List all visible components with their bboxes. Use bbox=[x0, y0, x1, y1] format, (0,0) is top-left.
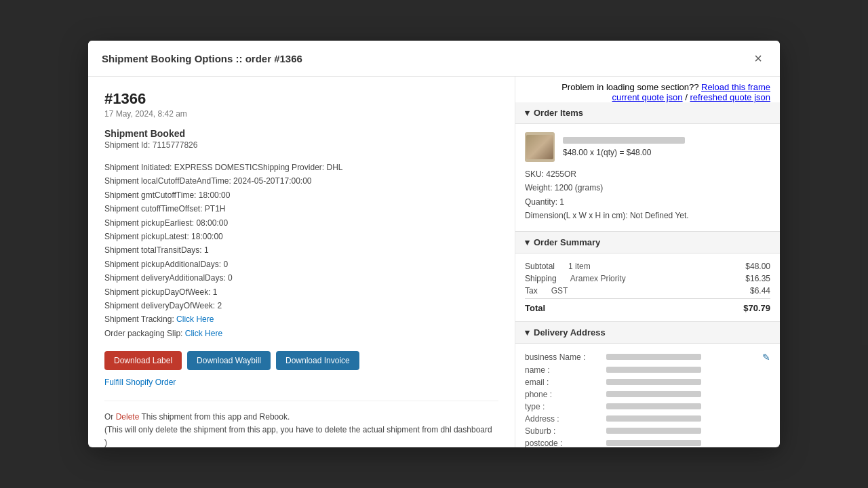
addr-suburb: Suburb : bbox=[525, 426, 770, 436]
item-details: SKU: 4255OR Weight: 1200 (grams) Quantit… bbox=[525, 167, 770, 223]
order-summary-body: Subtotal 1 item $48.00 Shipping Aramex P… bbox=[515, 253, 780, 321]
order-number: #1366 bbox=[104, 90, 498, 108]
item-name-bar bbox=[563, 137, 685, 144]
order-summary-chevron: ▾ bbox=[525, 237, 530, 247]
tax-amt: $6.44 bbox=[733, 286, 770, 296]
summary-subtotal: Subtotal 1 item $48.00 bbox=[525, 262, 770, 271]
delivery-chevron: ▾ bbox=[525, 327, 530, 338]
addr-address-label: Address : bbox=[525, 414, 606, 424]
info-pickup-earliest: Shipment pickupEarliest: 08:00:00 bbox=[104, 216, 498, 230]
shipment-id: Shipment Id: 7115777826 bbox=[104, 140, 498, 150]
order-items-chevron: ▾ bbox=[525, 108, 530, 118]
edit-address-icon[interactable]: ✎ bbox=[762, 352, 770, 363]
fulfill-shopify-link[interactable]: Fulfill Shopify Order bbox=[104, 378, 176, 387]
tracking-link[interactable]: Click Here bbox=[176, 314, 214, 324]
addr-type-label: type : bbox=[525, 402, 606, 411]
packaging-link[interactable]: Click Here bbox=[185, 329, 222, 338]
refreshed-quote-json-link[interactable]: refreshed quote json bbox=[690, 92, 770, 102]
info-initiated: Shipment Initiated: EXPRESS DOMESTICShip… bbox=[104, 161, 498, 174]
separator: / bbox=[685, 92, 688, 102]
addr-name-label: name : bbox=[525, 365, 606, 375]
delete-close-paren: ) bbox=[104, 436, 498, 447]
subtotal-amt: $48.00 bbox=[733, 262, 770, 271]
right-panel: Problem in loading some section?? Reload… bbox=[515, 77, 780, 447]
item-sku: SKU: 4255OR bbox=[525, 167, 770, 181]
addr-business-name: business Name : ✎ bbox=[525, 352, 770, 363]
info-cutoff-offset: Shipment cutoffTimeOffset: PT1H bbox=[104, 202, 498, 216]
tax-type: GST bbox=[538, 286, 733, 296]
problem-info: Problem in loading some section?? Reload… bbox=[515, 77, 780, 102]
addr-email-label: email : bbox=[525, 378, 606, 387]
shipment-info: Shipment Initiated: EXPRESS DOMESTICShip… bbox=[104, 161, 498, 340]
addr-email-bar bbox=[606, 379, 701, 385]
modal: Shipment Booking Options :: order #1366 … bbox=[88, 41, 780, 447]
close-button[interactable]: × bbox=[750, 50, 766, 66]
addr-suburb-bar bbox=[606, 428, 701, 434]
order-items-section: ▾ Order Items $48.00 x 1(qty) = $48.00 bbox=[515, 102, 780, 232]
modal-body: #1366 17 May, 2024, 8:42 am Shipment Boo… bbox=[88, 77, 780, 447]
shipping-amt: $16.35 bbox=[733, 274, 770, 283]
download-label-button[interactable]: Download Label bbox=[104, 351, 182, 370]
addr-type: type : bbox=[525, 402, 770, 411]
addr-postcode: postcode : bbox=[525, 439, 770, 447]
info-tracking: Shipment Tracking: Click Here bbox=[104, 312, 498, 326]
info-delivery-additional: Shipment deliveryAdditionalDays: 0 bbox=[104, 271, 498, 285]
summary-tax: Tax GST $6.44 bbox=[525, 286, 770, 296]
info-delivery-day: Shipment deliveryDayOfWeek: 2 bbox=[104, 299, 498, 312]
delivery-address-section: ▾ Delivery Address business Name : ✎ nam… bbox=[515, 322, 780, 447]
order-items-body: $48.00 x 1(qty) = $48.00 SKU: 4255OR Wei… bbox=[515, 124, 780, 231]
info-packaging: Order packaging Slip: Click Here bbox=[104, 327, 498, 340]
order-date: 17 May, 2024, 8:42 am bbox=[104, 109, 498, 119]
download-waybill-button[interactable]: Download Waybill bbox=[187, 351, 271, 370]
summary-total: Total $70.79 bbox=[525, 298, 770, 313]
subtotal-label: Subtotal bbox=[525, 262, 555, 271]
delete-suffix: This shipment from this app and Rebook. bbox=[142, 412, 290, 422]
download-invoice-button[interactable]: Download Invoice bbox=[276, 351, 359, 370]
item-price: $48.00 x 1(qty) = $48.00 bbox=[563, 148, 770, 157]
delete-line: Or Delete This shipment from this app an… bbox=[104, 411, 498, 424]
left-panel: #1366 17 May, 2024, 8:42 am Shipment Boo… bbox=[88, 77, 515, 447]
delete-link[interactable]: Delete bbox=[116, 412, 140, 422]
modal-header: Shipment Booking Options :: order #1366 … bbox=[88, 41, 780, 77]
action-buttons: Download Label Download Waybill Download… bbox=[104, 351, 498, 370]
subtotal-qty: 1 item bbox=[555, 262, 733, 271]
current-quote-json-link[interactable]: current quote json bbox=[612, 92, 683, 102]
delete-prefix: Or bbox=[104, 412, 113, 422]
addr-address-bar bbox=[606, 415, 701, 422]
order-summary-section: ▾ Order Summary Subtotal 1 item $48.00 S… bbox=[515, 232, 780, 322]
item-quantity: Quantity: 1 bbox=[525, 195, 770, 209]
addr-postcode-bar bbox=[606, 440, 701, 446]
addr-type-bar bbox=[606, 403, 701, 409]
reload-frame-link[interactable]: Reload this frame bbox=[701, 82, 770, 92]
shipping-method: Aramex Priority bbox=[557, 274, 733, 283]
tax-label: Tax bbox=[525, 286, 538, 296]
addr-business-label: business Name : bbox=[525, 352, 606, 362]
delete-section: Or Delete This shipment from this app an… bbox=[104, 401, 498, 447]
summary-shipping: Shipping Aramex Priority $16.35 bbox=[525, 274, 770, 283]
total-label: Total bbox=[525, 303, 545, 313]
item-dimension: Dimension(L x W x H in cm): Not Defined … bbox=[525, 209, 770, 222]
order-summary-header: ▾ Order Summary bbox=[515, 232, 780, 253]
addr-address: Address : bbox=[525, 414, 770, 424]
info-transit-days: Shipment totalTransitDays: 1 bbox=[104, 243, 498, 257]
order-item-row: $48.00 x 1(qty) = $48.00 bbox=[525, 132, 770, 162]
addr-business-bar bbox=[606, 354, 701, 360]
total-amt: $70.79 bbox=[743, 303, 770, 313]
shipping-label: Shipping bbox=[525, 274, 557, 283]
shipment-status: Shipment Booked bbox=[104, 128, 498, 139]
info-gmt-cutoff: Shipment gmtCutoffTime: 18:00:00 bbox=[104, 188, 498, 202]
item-image bbox=[526, 135, 553, 159]
item-info: $48.00 x 1(qty) = $48.00 bbox=[563, 137, 770, 157]
delivery-address-body: business Name : ✎ name : email : bbox=[515, 344, 780, 447]
order-items-header: ▾ Order Items bbox=[515, 102, 780, 124]
addr-email: email : bbox=[525, 378, 770, 387]
addr-name-bar bbox=[606, 367, 701, 373]
addr-phone-label: phone : bbox=[525, 390, 606, 399]
addr-postcode-label: postcode : bbox=[525, 439, 606, 447]
problem-text: Problem in loading some section?? bbox=[561, 82, 698, 92]
delivery-address-header: ▾ Delivery Address bbox=[515, 322, 780, 344]
delete-note: (This will only delete the shipment from… bbox=[104, 424, 498, 436]
item-weight: Weight: 1200 (grams) bbox=[525, 181, 770, 195]
addr-suburb-label: Suburb : bbox=[525, 426, 606, 436]
addr-phone-bar bbox=[606, 391, 701, 397]
